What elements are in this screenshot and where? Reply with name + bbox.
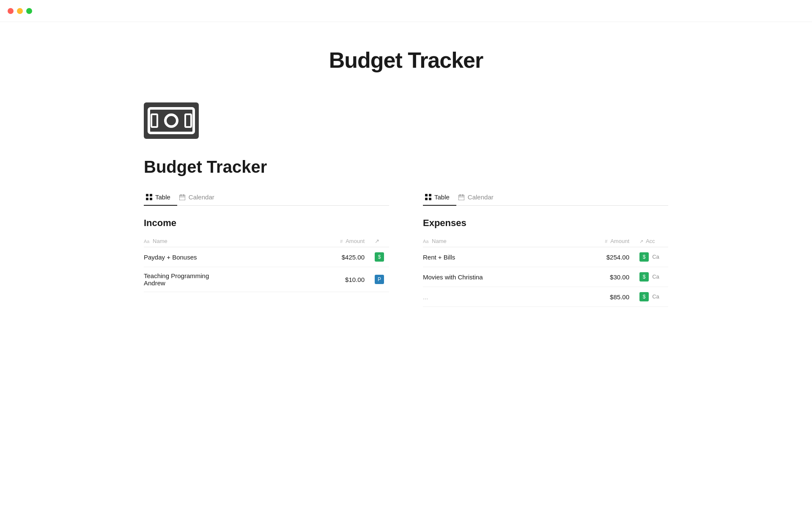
two-column-layout: Table Calendar Income Aa [144, 189, 668, 307]
table-icon-right [425, 194, 431, 201]
svg-rect-17 [458, 195, 464, 200]
minimize-button[interactable] [17, 8, 23, 14]
income-col-name: Aa Name [144, 235, 295, 247]
number-type-icon-right: # [605, 239, 607, 244]
income-tab-bar: Table Calendar [144, 189, 389, 206]
income-row1-badge: $ [370, 247, 389, 267]
income-tab-table[interactable]: Table [144, 189, 177, 206]
expenses-row3-name: ... [423, 287, 561, 307]
section-title: Budget Tracker [144, 157, 668, 177]
table-row[interactable]: ... $85.00 $ Ca [423, 287, 668, 307]
expenses-row1-account: $ Ca [634, 247, 668, 267]
expenses-row2-amount: $30.00 [561, 267, 634, 287]
account-badge-green-3: $ [639, 292, 649, 301]
income-row2-badge: P [370, 267, 389, 292]
svg-rect-9 [179, 195, 185, 200]
text-type-icon-right: Aa [423, 239, 428, 244]
calendar-icon [179, 194, 186, 201]
income-row2-name: Teaching Programming Andrew [144, 267, 295, 292]
income-row2-amount: $10.00 [295, 267, 370, 292]
income-section-header: Income [144, 214, 389, 235]
expenses-row3-amount: $85.00 [561, 287, 634, 307]
svg-rect-13 [425, 194, 428, 196]
expenses-col-amount: # Amount [561, 235, 634, 247]
expenses-row1-name: Rent + Bills [423, 247, 561, 267]
account-badge-green-2: $ [639, 272, 649, 282]
expenses-tab-calendar[interactable]: Calendar [456, 189, 500, 206]
table-row[interactable]: Movies with Christina $30.00 $ Ca [423, 267, 668, 287]
income-badge-blue: P [375, 275, 384, 284]
calendar-icon-right [458, 194, 465, 201]
expenses-section-header: Expenses [423, 214, 668, 235]
svg-rect-14 [429, 194, 431, 196]
table-row[interactable]: Teaching Programming Andrew $10.00 P [144, 267, 389, 292]
svg-rect-15 [425, 198, 428, 200]
expenses-col-name: Aa Name [423, 235, 561, 247]
maximize-button[interactable] [26, 8, 32, 14]
income-col-extra: ↗ [370, 235, 389, 247]
expenses-tab-bar: Table Calendar [423, 189, 668, 206]
svg-rect-7 [146, 198, 148, 200]
svg-rect-3 [151, 114, 157, 127]
income-col-amount: # Amount [295, 235, 370, 247]
svg-rect-6 [150, 194, 152, 196]
expenses-panel: Table Calendar Expenses A [423, 189, 668, 307]
expenses-row3-account: $ Ca [634, 287, 668, 307]
income-badge-green: $ [375, 252, 384, 262]
titlebar [0, 0, 812, 22]
close-button[interactable] [8, 8, 14, 14]
page-content: Budget Tracker Budget Tracker [110, 22, 702, 341]
table-row[interactable]: Payday + Bonuses $425.00 $ [144, 247, 389, 267]
page-icon [144, 102, 668, 141]
svg-rect-4 [185, 114, 191, 127]
expenses-row2-name: Movies with Christina [423, 267, 561, 287]
page-main-title: Budget Tracker [144, 47, 668, 73]
expenses-row2-account: $ Ca [634, 267, 668, 287]
text-type-icon: Aa [144, 239, 149, 244]
income-table: Income Aa Name # Amount ↗ [144, 214, 389, 292]
expenses-tab-table[interactable]: Table [423, 189, 456, 206]
income-row1-amount: $425.00 [295, 247, 370, 267]
svg-rect-8 [150, 198, 152, 200]
expenses-col-account: ↗ Acc [634, 235, 668, 247]
account-badge-green-1: $ [639, 252, 649, 262]
income-panel: Table Calendar Income Aa [144, 189, 389, 307]
svg-point-2 [165, 115, 177, 127]
expenses-table: Expenses Aa Name # Amount ↗ A [423, 214, 668, 307]
svg-rect-5 [146, 194, 148, 196]
income-row1-name: Payday + Bonuses [144, 247, 295, 267]
table-icon [145, 194, 152, 201]
table-row[interactable]: Rent + Bills $254.00 $ Ca [423, 247, 668, 267]
expenses-row1-amount: $254.00 [561, 247, 634, 267]
money-icon [144, 102, 199, 139]
svg-rect-16 [429, 198, 431, 200]
number-type-icon: # [340, 239, 343, 244]
income-tab-calendar[interactable]: Calendar [177, 189, 221, 206]
